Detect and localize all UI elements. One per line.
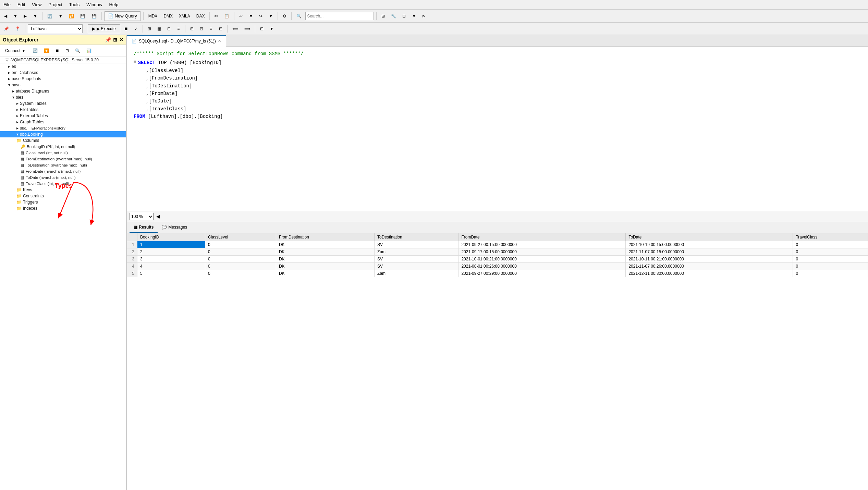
pin-btn[interactable]: 📌 <box>1 24 11 33</box>
table-row[interactable]: 330DKSV2021-10-01 00:21:00.00000002021-1… <box>127 256 868 263</box>
menu-help[interactable]: Help <box>106 1 122 8</box>
tree-sys-tables[interactable]: ▸System Tables <box>0 100 126 107</box>
tree-sys-db[interactable]: ▸em Databases <box>0 70 126 76</box>
tree-col-todest[interactable]: ▦ ToDestination (nvarchar(max), null) <box>0 162 126 168</box>
menu-view[interactable]: View <box>28 1 45 8</box>
menu-edit[interactable]: Edit <box>14 1 28 8</box>
table-row[interactable]: 220DKZam2021-09-17 00:15:00.00000002021-… <box>127 248 868 256</box>
tree-tables[interactable]: ▾bles <box>0 94 126 100</box>
copy-btn[interactable]: 📋 <box>222 12 232 21</box>
tree-col-todate[interactable]: ▦ ToDate (nvarchar(max), null) <box>0 174 126 181</box>
oe-refresh-btn[interactable]: 🔄 <box>30 46 40 55</box>
query-btn4[interactable]: ≡ <box>174 24 183 33</box>
oe-connect-btn[interactable]: Connect ▼ <box>2 46 29 55</box>
parse-btn[interactable]: ✓ <box>132 24 140 33</box>
tree-col-classlevel[interactable]: ▦ ClassLevel (int, not null) <box>0 150 126 156</box>
scroll-left-btn[interactable]: ◀ <box>156 214 160 219</box>
tab-results[interactable]: ▦ Results <box>130 222 158 233</box>
query-btn3[interactable]: ⊡ <box>165 24 173 33</box>
menu-tools[interactable]: Tools <box>66 1 83 8</box>
toolbar-btn2[interactable]: ▼ <box>56 12 65 21</box>
search-btn[interactable]: 🔍 <box>294 12 304 21</box>
tree-triggers[interactable]: 📁 Triggers <box>0 199 126 205</box>
dax-btn[interactable]: DAX <box>194 12 207 21</box>
tree-ext-tables[interactable]: ▸External Tables <box>0 113 126 119</box>
oe-dock-icon[interactable]: ⊞ <box>113 37 117 42</box>
oe-close-icon[interactable]: ✕ <box>119 37 123 42</box>
oe-filter-btn[interactable]: 🔽 <box>41 46 51 55</box>
tree-snapshots[interactable]: ▸base Snapshots <box>0 76 126 82</box>
result-btn1[interactable]: ⊞ <box>188 24 196 33</box>
search-input[interactable] <box>305 12 374 20</box>
menu-file[interactable]: File <box>0 1 14 8</box>
align-btn2[interactable]: ⟹ <box>242 24 253 33</box>
more-btn[interactable]: ⊡ <box>400 12 408 21</box>
query-tab[interactable]: 📄 SQLQuery1.sql - D...QMPC8F\my_is (51))… <box>127 35 226 47</box>
forward-button[interactable]: ▼ <box>11 12 20 21</box>
save-btn[interactable]: 💾 <box>78 12 88 21</box>
table-row[interactable]: 110DKSV2021-09-27 00:15:00.00000002021-1… <box>127 241 868 248</box>
dmx-btn[interactable]: DMX <box>161 12 175 21</box>
extra-btn3[interactable]: ⊡ <box>258 24 266 33</box>
align-btn1[interactable]: ⟸ <box>230 24 241 33</box>
code-editor[interactable]: /****** Script for SelectTopNRows comman… <box>127 47 868 211</box>
execute-button[interactable]: ▶ ▶ Execute <box>88 24 120 33</box>
tree-ef-migration[interactable]: ▸dbo.__EFMigrationsHistory <box>0 125 126 131</box>
pin-btn2[interactable]: 📍 <box>13 24 23 33</box>
back-button[interactable]: ◀ <box>1 12 10 21</box>
mdx-btn[interactable]: MDX <box>146 12 160 21</box>
result-btn2[interactable]: ⊡ <box>197 24 206 33</box>
extra-drop2[interactable]: ▼ <box>267 24 276 33</box>
result-btn4[interactable]: ⊟ <box>217 24 225 33</box>
oe-pin-icon[interactable]: 📌 <box>105 37 111 42</box>
tree-file-tables[interactable]: ▸FileTables <box>0 107 126 113</box>
forward-btn2[interactable]: ▶ <box>21 12 29 21</box>
tree-dbo-booking[interactable]: ▾dbo.Booking <box>0 131 126 137</box>
result-btn3[interactable]: ≡ <box>207 24 215 33</box>
oe-stats-btn[interactable]: 📊 <box>84 46 94 55</box>
tree-col-bookingid[interactable]: 🔑 BookingID (PK, int, not null) <box>0 144 126 150</box>
tree-keys[interactable]: 📁 Keys <box>0 187 126 193</box>
tree-columns[interactable]: 📁 Columns <box>0 137 126 144</box>
tree-es[interactable]: ▸es <box>0 63 126 70</box>
xmla-btn[interactable]: XMLA <box>176 12 193 21</box>
new-query-button[interactable]: 📄 New Query <box>104 11 141 21</box>
oe-filter-btn2[interactable]: ⊡ <box>63 46 71 55</box>
redo-drop[interactable]: ▼ <box>266 12 275 21</box>
tree-constraints[interactable]: 📁 Constraints <box>0 193 126 199</box>
stop-btn[interactable]: ⏹ <box>122 24 131 33</box>
database-selector[interactable]: Lufthavn <box>28 24 83 33</box>
query-btn1[interactable]: ⊞ <box>145 24 154 33</box>
save-btn2[interactable]: 💾 <box>89 12 99 21</box>
oe-server-node[interactable]: ▽ -VQMPC8F\SQLEXPRESS (SQL Server 15.0.2… <box>0 57 126 63</box>
toolbar-btn3[interactable]: 🔁 <box>66 12 76 21</box>
refresh-btn[interactable]: 🔄 <box>45 12 55 21</box>
tree-col-travelclass[interactable]: ▦ TravelClass (int, not null) <box>0 181 126 187</box>
query-opt-btn[interactable]: ⚙ <box>280 12 289 21</box>
undo-drop[interactable]: ▼ <box>246 12 255 21</box>
extra-drop[interactable]: ▼ <box>409 12 418 21</box>
forward-btn3[interactable]: ▼ <box>31 12 40 21</box>
oe-search-btn[interactable]: 🔍 <box>73 46 83 55</box>
tree-indexes[interactable]: 📁 Indexes <box>0 205 126 211</box>
query-btn2[interactable]: ▦ <box>155 24 163 33</box>
undo-btn[interactable]: ↩ <box>237 12 245 21</box>
menu-window[interactable]: Window <box>83 1 106 8</box>
layout-btn[interactable]: ⊞ <box>379 12 387 21</box>
tab-close-btn[interactable]: ✕ <box>218 39 221 43</box>
tree-col-fromdest[interactable]: ▦ FromDestination (nvarchar(max), null) <box>0 156 126 162</box>
settings-btn[interactable]: 🔧 <box>389 12 399 21</box>
table-row[interactable]: 550DKZam2021-09-27 00:29:00.00000002021-… <box>127 270 868 277</box>
extra-btn2[interactable]: ⊳ <box>420 12 428 21</box>
tree-col-fromdate[interactable]: ▦ FromDate (nvarchar(max), null) <box>0 168 126 174</box>
cut-btn[interactable]: ✂ <box>212 12 220 21</box>
oe-stop-btn[interactable]: ⏹ <box>53 46 62 55</box>
redo-btn[interactable]: ↪ <box>257 12 265 21</box>
menu-project[interactable]: Project <box>45 1 65 8</box>
tab-messages[interactable]: 💬 Messages <box>158 222 191 233</box>
zoom-selector[interactable]: 100 % <box>130 213 154 220</box>
tree-diagrams[interactable]: ▸atabase Diagrams <box>0 88 126 94</box>
tree-havn[interactable]: ▾havn <box>0 82 126 88</box>
tree-graph-tables[interactable]: ▸Graph Tables <box>0 119 126 125</box>
table-row[interactable]: 440DKSV2021-08-01 00:26:00.00000002021-1… <box>127 263 868 270</box>
